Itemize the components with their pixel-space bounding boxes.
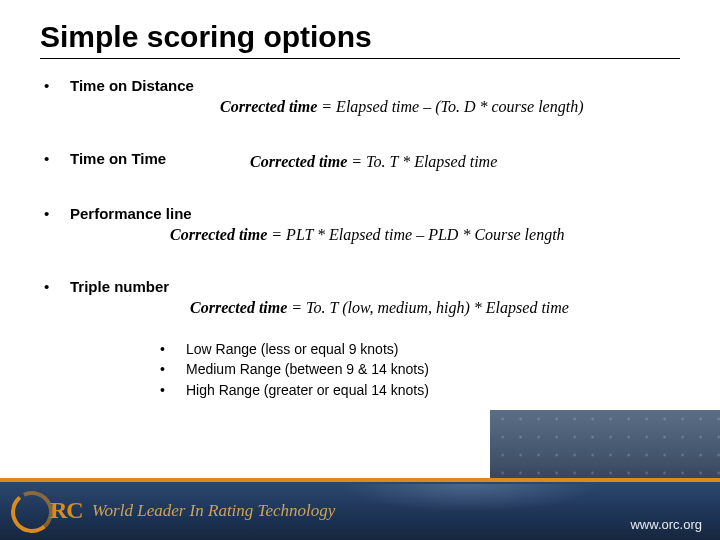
formula-rest: = To. T (low, medium, high) * Elapsed ti…	[287, 299, 569, 316]
footer-logo: RC World Leader In Rating Technology	[0, 495, 335, 527]
bullet-label: Time on Distance	[70, 77, 194, 94]
bullet-dot-icon: •	[40, 77, 70, 94]
footer-tagline: World Leader In Rating Technology	[92, 501, 335, 521]
bullet-dot-icon: •	[160, 359, 186, 379]
range-label: Low Range (less or equal 9 knots)	[186, 339, 398, 359]
formula-lead: Corrected time	[250, 153, 347, 170]
formula-triple-number: Corrected time = To. T (low, medium, hig…	[40, 299, 680, 317]
range-list: • Low Range (less or equal 9 knots) • Me…	[40, 339, 680, 400]
bullet-time-on-distance: • Time on Distance	[40, 77, 680, 94]
bullet-dot-icon: •	[160, 380, 186, 400]
footer: RC World Leader In Rating Technology www…	[0, 482, 720, 540]
bullet-label: Time on Time	[70, 150, 166, 167]
range-item-high: • High Range (greater or equal 14 knots)	[160, 380, 680, 400]
range-label: Medium Range (between 9 & 14 knots)	[186, 359, 429, 379]
title-underline	[40, 58, 680, 59]
formula-rest: = Elapsed time – (To. D * course length)	[317, 98, 583, 115]
slide-body: Simple scoring options • Time on Distanc…	[0, 0, 720, 400]
formula-rest: = To. T * Elapsed time	[347, 153, 497, 170]
bullet-label: Triple number	[70, 278, 169, 295]
bullet-performance-line: • Performance line	[40, 205, 680, 222]
bullet-dot-icon: •	[40, 278, 70, 295]
bullet-triple-number: • Triple number	[40, 278, 680, 295]
formula-lead: Corrected time	[220, 98, 317, 115]
bullet-dot-icon: •	[40, 150, 70, 167]
formula-time-on-distance: Corrected time = Elapsed time – (To. D *…	[40, 98, 680, 116]
orc-logo-icon: RC	[22, 495, 78, 527]
bullet-dot-icon: •	[40, 205, 70, 222]
range-item-medium: • Medium Range (between 9 & 14 knots)	[160, 359, 680, 379]
range-label: High Range (greater or equal 14 knots)	[186, 380, 429, 400]
range-item-low: • Low Range (less or equal 9 knots)	[160, 339, 680, 359]
logo-text: RC	[50, 497, 83, 524]
formula-lead: Corrected time	[190, 299, 287, 316]
slide-title: Simple scoring options	[40, 20, 680, 54]
footer-bar: RC World Leader In Rating Technology	[0, 482, 720, 540]
bullet-dot-icon: •	[160, 339, 186, 359]
bullet-label: Performance line	[70, 205, 192, 222]
formula-rest: = PLT * Elapsed time – PLD * Course leng…	[267, 226, 564, 243]
formula-lead: Corrected time	[170, 226, 267, 243]
footer-url: www.orc.org	[630, 517, 702, 532]
formula-performance-line: Corrected time = PLT * Elapsed time – PL…	[40, 226, 680, 244]
